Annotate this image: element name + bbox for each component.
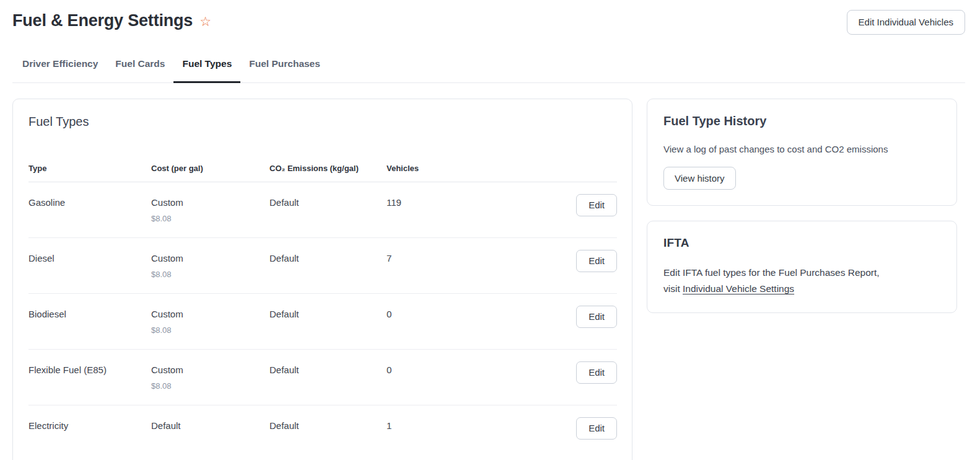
fuel-type-history-title: Fuel Type History xyxy=(663,114,940,128)
vehicles-count: 0 xyxy=(387,365,580,376)
cost-amount: $8.08 xyxy=(151,270,269,279)
ifta-description-prefix: visit xyxy=(663,283,683,294)
edit-individual-vehicles-button[interactable]: Edit Individual Vehicles xyxy=(847,10,965,35)
ifta-description: Edit IFTA fuel types for the Fuel Purcha… xyxy=(663,265,940,297)
column-header-emissions: CO₂ Emissions (kg/gal) xyxy=(269,164,387,173)
edit-button[interactable]: Edit xyxy=(576,306,617,328)
fuel-energy-settings-page: Fuel & Energy Settings ☆ Edit Individual… xyxy=(0,0,980,460)
table-header-row: Type Cost (per gal) CO₂ Emissions (kg/ga… xyxy=(28,164,617,182)
cost-value: Custom xyxy=(151,365,269,376)
vehicles-count: 1 xyxy=(387,420,580,432)
view-history-button[interactable]: View history xyxy=(663,167,736,190)
edit-button[interactable]: Edit xyxy=(576,250,617,272)
individual-vehicle-settings-link[interactable]: Individual Vehicle Settings xyxy=(683,283,794,294)
favorite-star-icon[interactable]: ☆ xyxy=(199,15,211,28)
tab-fuel-purchases[interactable]: Fuel Purchases xyxy=(240,58,329,82)
emissions-value: Default xyxy=(269,365,387,376)
cost-amount: $8.08 xyxy=(151,214,269,223)
ifta-card: IFTA Edit IFTA fuel types for the Fuel P… xyxy=(647,221,957,313)
fuel-cost-cell: Custom $8.08 xyxy=(151,309,269,335)
column-header-type: Type xyxy=(28,164,151,173)
vehicles-count: 7 xyxy=(387,253,580,265)
cost-amount: $8.08 xyxy=(151,381,269,391)
content-area: Fuel Types Type Cost (per gal) CO₂ Emiss… xyxy=(0,83,980,460)
ifta-description-line2: visit Individual Vehicle Settings xyxy=(663,281,940,297)
fuel-cost-cell: Default xyxy=(151,420,269,437)
table-row-biodiesel: Biodiesel Custom $8.08 Default 0 Edit xyxy=(28,294,617,350)
fuel-types-card-title: Fuel Types xyxy=(28,115,616,129)
cost-value: Custom xyxy=(151,197,269,209)
emissions-value: Default xyxy=(269,309,387,321)
side-panel: Fuel Type History View a log of past cha… xyxy=(647,99,957,313)
column-header-cost: Cost (per gal) xyxy=(151,164,269,173)
fuel-cost-cell: Custom $8.08 xyxy=(151,197,269,223)
cost-amount: $8.08 xyxy=(151,325,269,335)
page-title: Fuel & Energy Settings xyxy=(12,11,193,30)
page-header: Fuel & Energy Settings ☆ Edit Individual… xyxy=(0,0,980,35)
vehicles-count: 119 xyxy=(387,197,580,209)
fuel-type-name: Flexible Fuel (E85) xyxy=(28,365,151,376)
fuel-type-name: Biodiesel xyxy=(28,309,151,321)
edit-button[interactable]: Edit xyxy=(576,194,617,216)
title-group: Fuel & Energy Settings ☆ xyxy=(12,11,211,30)
cost-value: Custom xyxy=(151,253,269,265)
vehicles-count: 0 xyxy=(387,309,580,321)
emissions-value: Default xyxy=(269,420,387,432)
cost-value: Custom xyxy=(151,309,269,321)
fuel-type-name: Gasoline xyxy=(28,197,151,209)
ifta-title: IFTA xyxy=(663,236,940,250)
column-header-vehicles: Vehicles xyxy=(387,164,580,173)
table-row-electricity: Electricity Default Default 1 Edit xyxy=(28,405,617,460)
fuel-cost-cell: Custom $8.08 xyxy=(151,253,269,279)
fuel-types-card: Fuel Types Type Cost (per gal) CO₂ Emiss… xyxy=(12,99,632,460)
emissions-value: Default xyxy=(269,253,387,265)
fuel-cost-cell: Custom $8.08 xyxy=(151,365,269,391)
fuel-type-history-card: Fuel Type History View a log of past cha… xyxy=(647,99,957,206)
fuel-types-table: Type Cost (per gal) CO₂ Emissions (kg/ga… xyxy=(28,164,617,460)
edit-button[interactable]: Edit xyxy=(576,417,617,440)
fuel-type-name: Diesel xyxy=(28,253,151,265)
table-row-gasoline: Gasoline Custom $8.08 Default 119 Edit xyxy=(28,182,617,238)
table-row-flexible-fuel: Flexible Fuel (E85) Custom $8.08 Default… xyxy=(28,350,617,405)
fuel-type-history-description: View a log of past changes to cost and C… xyxy=(663,143,940,156)
edit-button[interactable]: Edit xyxy=(576,361,617,384)
tab-fuel-cards[interactable]: Fuel Cards xyxy=(107,58,173,82)
tab-driver-efficiency[interactable]: Driver Efficiency xyxy=(14,58,107,82)
ifta-description-line1: Edit IFTA fuel types for the Fuel Purcha… xyxy=(663,265,940,281)
table-row-diesel: Diesel Custom $8.08 Default 7 Edit xyxy=(28,238,617,294)
tab-bar: Driver Efficiency Fuel Cards Fuel Types … xyxy=(12,58,965,83)
tab-fuel-types[interactable]: Fuel Types xyxy=(173,58,240,82)
cost-value: Default xyxy=(151,420,269,432)
emissions-value: Default xyxy=(269,197,387,209)
fuel-type-name: Electricity xyxy=(28,420,151,432)
